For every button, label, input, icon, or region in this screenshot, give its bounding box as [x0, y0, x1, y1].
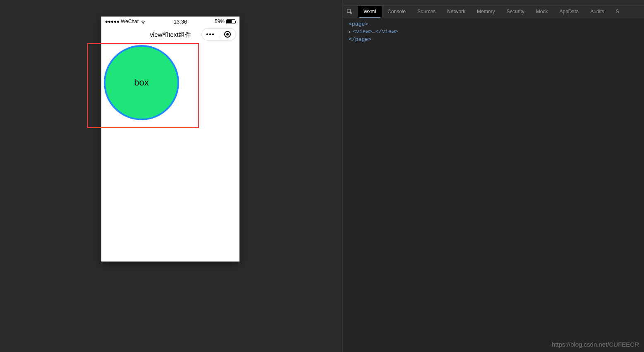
tab-wxml[interactable]: Wxml	[358, 6, 382, 17]
box-label: box	[134, 77, 148, 88]
battery-icon	[226, 19, 235, 24]
tab-security[interactable]: Security	[500, 6, 530, 17]
status-right: 59%	[215, 19, 235, 24]
close-button[interactable]	[219, 29, 236, 40]
tab-network[interactable]: Network	[441, 6, 471, 17]
dots-icon	[206, 33, 214, 35]
devtools-panel: Wxml Console Sources Network Memory Secu…	[342, 0, 644, 352]
status-left: WeChat	[105, 19, 146, 24]
tab-audits[interactable]: Audits	[584, 6, 610, 17]
top-tabs-spacer	[343, 0, 644, 6]
tab-appdata[interactable]: AppData	[553, 6, 584, 17]
phone-simulator: WeChat 13:36 59% view和text组件	[101, 17, 239, 262]
nav-bar: view和text组件	[101, 26, 239, 43]
capsule-button[interactable]	[201, 28, 236, 40]
selector-icon	[347, 9, 352, 14]
code-line-page-open[interactable]: <page>	[349, 21, 638, 28]
devtools-tabbar: Wxml Console Sources Network Memory Secu…	[343, 6, 644, 17]
wifi-icon	[140, 19, 146, 24]
element-selector-button[interactable]	[345, 7, 354, 17]
battery-percent: 59%	[215, 19, 225, 24]
content-area: box	[101, 43, 239, 262]
menu-button[interactable]	[202, 29, 219, 40]
watermark: https://blog.csdn.net/CUFEECR	[552, 341, 639, 348]
tab-console[interactable]: Console	[382, 6, 412, 17]
tab-more[interactable]: S	[610, 6, 625, 17]
simulator-panel: WeChat 13:36 59% view和text组件	[0, 0, 342, 352]
svg-point-0	[143, 23, 144, 24]
wxml-tree[interactable]: <page> ▸ <view>…</view> </page>	[343, 17, 644, 47]
code-line-view[interactable]: ▸ <view>…</view>	[349, 28, 638, 36]
code-line-page-close[interactable]: </page>	[349, 36, 638, 43]
status-time: 13:36	[174, 19, 187, 25]
tab-memory[interactable]: Memory	[471, 6, 500, 17]
page-title: view和text组件	[150, 31, 191, 39]
tab-mock[interactable]: Mock	[530, 6, 554, 17]
status-bar: WeChat 13:36 59%	[101, 17, 239, 26]
carrier-label: WeChat	[121, 19, 139, 24]
signal-icon	[105, 21, 119, 23]
tab-sources[interactable]: Sources	[412, 6, 441, 17]
target-icon	[224, 31, 231, 38]
box-view[interactable]: box	[104, 45, 179, 120]
